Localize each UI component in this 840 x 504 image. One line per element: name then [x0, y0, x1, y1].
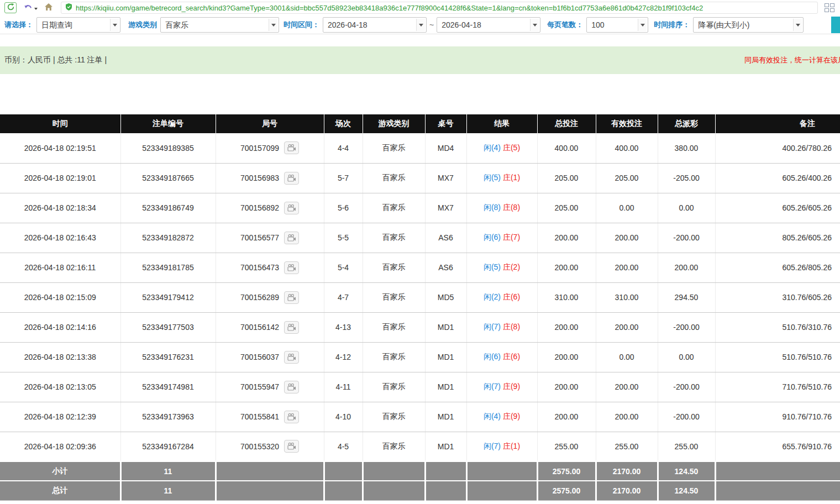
cell-remark: 400.26/780.26 — [715, 133, 840, 163]
cell-valid-bet: 0.00 — [596, 342, 658, 372]
cell-total-bet: 200.00 — [537, 223, 596, 253]
browser-extension-icon[interactable] — [825, 3, 834, 12]
cell-total-bet: 400.00 — [537, 133, 596, 163]
result-player: 闲(4) — [484, 412, 501, 421]
cell-valid-bet: 0.00 — [596, 193, 658, 223]
replay-icon[interactable] — [284, 232, 299, 244]
result-player: 闲(2) — [484, 292, 501, 301]
cell-payout: 0.00 — [658, 342, 715, 372]
cell-session: 5-6 — [324, 193, 363, 223]
result-player: 闲(5) — [484, 173, 501, 182]
cell-round: 700156473 — [216, 253, 324, 282]
replay-icon[interactable] — [284, 351, 299, 364]
total-label: 总计 — [0, 481, 120, 500]
replay-icon[interactable] — [284, 440, 299, 453]
replay-icon[interactable] — [284, 411, 299, 423]
chevron-down-icon[interactable] — [110, 19, 119, 31]
cell-remark: 605.26/400.26 — [715, 163, 840, 193]
cell-game-type: 百家乐 — [363, 372, 425, 402]
cell-bet-id: 523349179412 — [120, 282, 216, 312]
bet-records-table: 时间注单编号局号场次游戏类别桌号结果总投注有效投注总派彩备注 2026-04-1… — [0, 114, 840, 501]
cell-table-no: AS6 — [425, 253, 466, 282]
result-player: 闲(7) — [484, 442, 501, 450]
table-row: 2026-04-18 02:16:43523349182872700156577… — [0, 223, 840, 253]
cell-valid-bet: 200.00 — [596, 223, 658, 253]
cell-remark: 910.76/710.76 — [715, 402, 840, 432]
cell-table-no: MD4 — [425, 133, 466, 163]
cell-round: 700156983 — [216, 163, 324, 193]
query-type-value: 日期查询 — [37, 18, 120, 32]
chevron-down-icon[interactable] — [638, 19, 647, 31]
time-range-label: 时间区间： — [284, 20, 319, 30]
cell-game-type: 百家乐 — [363, 432, 425, 461]
cell-time: 2026-04-18 02:12:39 — [0, 402, 120, 432]
cell-result: 闲(8) 庄(8) — [466, 193, 537, 223]
cell-remark: 605.26/605.26 — [715, 193, 840, 223]
column-header-8: 总投注 — [537, 114, 596, 133]
cell-time: 2026-04-18 02:09:36 — [0, 432, 120, 461]
time-sort-value: 降幂(由大到小) — [694, 18, 803, 32]
cell-round: 700157099 — [216, 133, 324, 163]
cell-time: 2026-04-18 02:16:43 — [0, 223, 120, 253]
page-size-dropdown[interactable]: 100 — [586, 17, 648, 33]
result-banker: 庄(8) — [503, 322, 520, 331]
replay-icon[interactable] — [284, 172, 299, 185]
subtotal-row: 小计 11 2575.00 2170.00 124.50 — [0, 461, 840, 481]
result-banker: 庄(6) — [503, 352, 520, 361]
cell-game-type: 百家乐 — [363, 223, 425, 253]
cell-payout: -200.00 — [658, 223, 715, 253]
date-from-picker[interactable]: 2026-04-18 — [323, 17, 427, 33]
security-shield-icon[interactable] — [66, 3, 72, 13]
game-type-dropdown[interactable]: 百家乐 — [160, 17, 279, 33]
footer-empty-cell — [466, 481, 537, 500]
undo-dropdown-caret — [34, 8, 38, 12]
column-header-6: 桌号 — [425, 114, 466, 133]
query-type-dropdown[interactable]: 日期查询 — [36, 17, 120, 33]
cell-table-no: MD5 — [425, 282, 466, 312]
query-type-label: 请选择： — [4, 20, 33, 30]
chevron-down-icon[interactable] — [269, 19, 277, 31]
replay-icon[interactable] — [284, 261, 299, 274]
footer-empty-cell — [466, 461, 537, 481]
cell-total-bet: 310.00 — [537, 282, 596, 312]
cell-game-type: 百家乐 — [363, 312, 425, 342]
replay-icon[interactable] — [284, 291, 299, 304]
url-text: https://kiqiiu.com/game/betrecord_search… — [76, 4, 703, 12]
cell-game-type: 百家乐 — [363, 163, 425, 193]
replay-icon[interactable] — [284, 141, 299, 154]
cell-total-bet: 205.00 — [537, 193, 596, 223]
cell-session: 4-5 — [324, 432, 363, 461]
cell-result: 闲(4) 庄(5) — [466, 133, 537, 163]
round-number: 700156289 — [240, 293, 279, 302]
subtotal-payout: 124.50 — [658, 461, 715, 481]
game-type-value: 百家乐 — [161, 18, 279, 32]
footer-empty-cell — [363, 481, 425, 500]
cell-table-no: AS6 — [425, 223, 466, 253]
round-number: 700156037 — [240, 353, 279, 361]
chevron-down-icon[interactable] — [793, 19, 802, 31]
undo-button[interactable] — [24, 3, 38, 13]
time-sort-dropdown[interactable]: 降幂(由大到小) — [693, 17, 804, 33]
replay-icon[interactable] — [284, 321, 299, 334]
replay-icon[interactable] — [284, 381, 299, 393]
cell-result: 闲(5) 庄(2) — [466, 253, 537, 282]
date-to-picker[interactable]: 2026-04-18 — [437, 17, 540, 33]
replay-icon[interactable] — [284, 202, 299, 214]
home-button[interactable] — [44, 3, 53, 13]
chevron-down-icon[interactable] — [416, 19, 425, 31]
cell-time: 2026-04-18 02:16:11 — [0, 253, 120, 282]
result-banker: 庄(8) — [503, 203, 520, 212]
undo-icon — [24, 3, 33, 13]
result-banker: 庄(1) — [503, 442, 520, 450]
table-row: 2026-04-18 02:18:34523349186749700156892… — [0, 193, 840, 223]
result-player: 闲(6) — [484, 233, 501, 242]
cell-payout: 294.50 — [658, 282, 715, 312]
result-banker: 庄(7) — [503, 233, 520, 242]
search-button[interactable]: 查询 — [831, 17, 840, 33]
address-bar[interactable]: https://kiqiiu.com/game/betrecord_search… — [61, 2, 818, 14]
chevron-down-icon[interactable] — [530, 19, 539, 31]
cell-valid-bet: 205.00 — [596, 163, 658, 193]
footer-empty-cell — [216, 461, 324, 481]
refresh-button[interactable] — [4, 2, 17, 13]
cell-round: 700156142 — [216, 312, 324, 342]
